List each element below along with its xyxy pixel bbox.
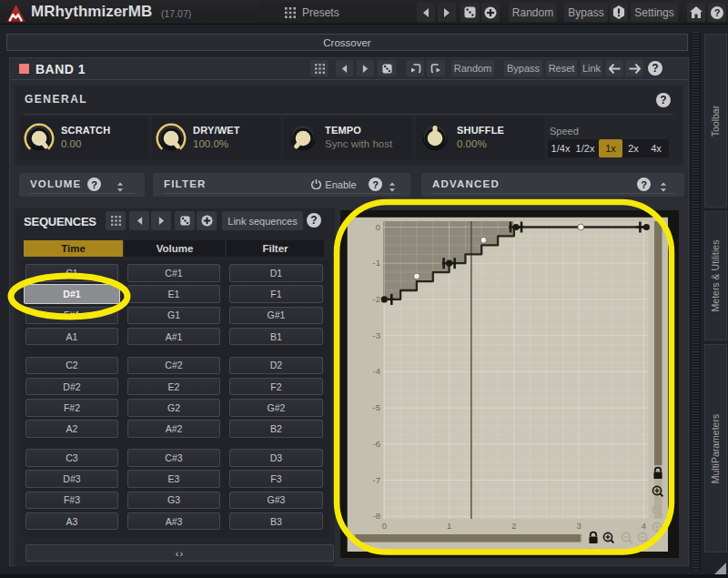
svg-text:-6: -6 — [373, 439, 380, 449]
svg-text:1: 1 — [447, 521, 451, 531]
svg-text:0: 0 — [382, 521, 387, 531]
svg-text:-5: -5 — [373, 402, 380, 412]
svg-text:3: 3 — [577, 521, 581, 531]
svg-text:-4: -4 — [373, 366, 380, 376]
svg-text:-8: -8 — [373, 511, 380, 521]
svg-text:4: 4 — [642, 521, 646, 531]
svg-text:-7: -7 — [373, 475, 380, 485]
svg-text:2: 2 — [511, 521, 516, 531]
svg-text:-2: -2 — [373, 294, 380, 304]
svg-text:-1: -1 — [373, 258, 380, 268]
svg-text:0: 0 — [376, 222, 380, 232]
svg-text:-3: -3 — [373, 330, 380, 340]
